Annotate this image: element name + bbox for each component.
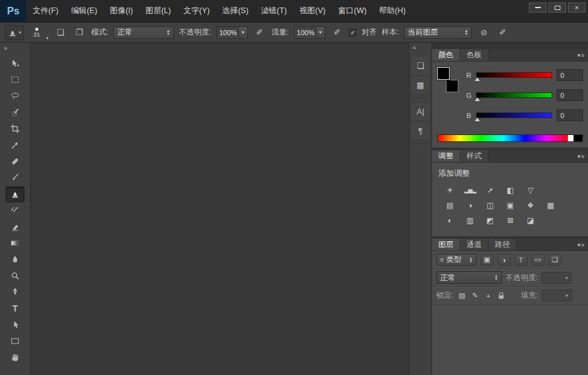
red-slider-thumb[interactable] — [475, 77, 480, 81]
posterize-button[interactable]: ▥ — [463, 215, 477, 226]
crop-tool[interactable] — [6, 121, 25, 137]
brightness-contrast-button[interactable]: ☀ — [443, 185, 457, 195]
filter-pixel-layers-button[interactable]: ▣ — [480, 254, 494, 266]
move-tool[interactable] — [6, 56, 25, 72]
spectrum-white-swatch[interactable] — [568, 135, 574, 141]
tab-layers[interactable]: 图层 — [432, 239, 460, 251]
collapsed-panel-button-1[interactable]: ❏ — [413, 58, 428, 73]
filter-type-layers-button[interactable]: T — [514, 254, 528, 266]
toolbar-collapse-button[interactable]: » — [0, 43, 11, 55]
spot-healing-brush-tool[interactable] — [6, 154, 25, 170]
document-canvas[interactable] — [31, 43, 409, 375]
photo-filter-button[interactable]: ▣ — [504, 200, 517, 210]
blur-tool[interactable] — [6, 252, 25, 268]
color-spectrum-ramp[interactable] — [437, 134, 583, 142]
minimize-button[interactable] — [529, 3, 546, 13]
menu-image[interactable]: 图像(I) — [104, 0, 140, 23]
rectangular-marquee-tool[interactable] — [6, 72, 25, 88]
exposure-button[interactable]: ◧ — [504, 185, 517, 195]
gradient-map-button[interactable]: ◪ — [524, 215, 537, 226]
invert-button[interactable]: ◐ — [443, 215, 457, 226]
lasso-tool[interactable] — [6, 89, 25, 104]
green-slider[interactable] — [476, 92, 552, 98]
paragraph-panel-button[interactable]: ¶ — [413, 123, 428, 139]
foreground-color-swatch[interactable] — [437, 67, 450, 80]
pen-tool[interactable] — [6, 285, 25, 300]
levels-button[interactable]: ▂▅▂ — [463, 185, 477, 195]
menu-edit[interactable]: 编辑(E) — [65, 0, 104, 23]
spectrum-black-swatch[interactable] — [574, 135, 582, 141]
flow-dropdown-button[interactable]: ▼ — [316, 26, 325, 39]
toggle-brush-panel-button[interactable]: ❏ — [53, 26, 67, 40]
menu-type[interactable]: 文字(Y) — [177, 0, 216, 23]
lock-image-pixels-button[interactable]: ✎ — [470, 291, 479, 300]
panel-menu-icon[interactable]: ▾≡ — [574, 49, 588, 61]
path-selection-tool[interactable] — [6, 317, 25, 333]
green-slider-thumb[interactable] — [475, 97, 480, 101]
channel-mixer-button[interactable]: ❖ — [524, 200, 537, 210]
hue-saturation-button[interactable]: ▤ — [443, 200, 457, 210]
collapsed-panel-button-2[interactable]: ▦ — [413, 77, 428, 93]
tab-channels[interactable]: 通道 — [460, 239, 489, 251]
menu-filter[interactable]: 滤镜(T) — [255, 0, 293, 23]
green-value-input[interactable]: 0 — [557, 89, 583, 101]
ignore-adjustment-layers-button[interactable]: ⊘ — [477, 26, 491, 40]
red-slider[interactable] — [476, 72, 552, 78]
horizontal-type-tool[interactable]: T — [6, 301, 25, 317]
filter-adjustment-layers-button[interactable]: ◑ — [497, 254, 511, 266]
brush-tool[interactable] — [6, 170, 25, 186]
blue-slider[interactable] — [476, 112, 552, 118]
tablet-pressure-size-button[interactable]: ✐ — [496, 26, 509, 40]
tab-styles[interactable]: 样式 — [460, 150, 489, 162]
tab-paths[interactable]: 路径 — [489, 239, 517, 251]
panel-menu-icon[interactable]: ▾≡ — [574, 150, 588, 162]
menu-help[interactable]: 帮助(H) — [373, 0, 412, 23]
lock-all-button[interactable] — [497, 292, 506, 300]
close-button[interactable]: × — [568, 3, 585, 13]
filter-shape-layers-button[interactable]: ▭ — [531, 254, 545, 266]
eraser-tool[interactable] — [6, 219, 25, 235]
layer-blend-mode-select[interactable]: 正常 ▲▼ — [436, 271, 502, 284]
dock-expand-button[interactable]: « — [409, 43, 419, 56]
panel-menu-icon[interactable]: ▾≡ — [574, 239, 588, 251]
blend-mode-select[interactable]: 正常 ▲▼ — [113, 26, 174, 39]
brush-preset-picker[interactable]: 21 ▾ — [29, 24, 49, 41]
opacity-input[interactable]: 100% — [216, 26, 239, 39]
curves-button[interactable]: ➚ — [484, 185, 497, 195]
menu-window[interactable]: 窗口(W) — [332, 0, 373, 23]
tab-swatches[interactable]: 色板 — [460, 49, 489, 61]
align-checkbox[interactable]: ✓ — [349, 29, 357, 36]
menu-layer[interactable]: 图层(L) — [139, 0, 177, 23]
red-value-input[interactable]: 0 — [557, 69, 583, 81]
clone-stamp-tool[interactable] — [6, 187, 25, 202]
dodge-tool[interactable] — [6, 268, 25, 284]
threshold-button[interactable]: ◩ — [484, 215, 497, 226]
character-panel-button[interactable]: A| — [413, 104, 428, 119]
filter-smart-objects-button[interactable]: ❏ — [548, 254, 562, 266]
tab-color[interactable]: 颜色 — [432, 49, 460, 61]
layer-fill-input[interactable]: ▼ — [542, 290, 572, 302]
opacity-dropdown-button[interactable]: ▼ — [239, 26, 248, 39]
background-color-swatch[interactable] — [446, 80, 458, 92]
blue-value-input[interactable]: 0 — [557, 109, 583, 121]
history-brush-tool[interactable] — [6, 203, 25, 219]
eyedropper-tool[interactable] — [6, 138, 25, 153]
spectrum-gradient[interactable] — [438, 135, 568, 141]
layers-list-empty-area[interactable] — [432, 305, 588, 375]
sample-select[interactable]: 当前图层 ▲▼ — [404, 26, 472, 39]
menu-view[interactable]: 视图(V) — [293, 0, 332, 23]
flow-input[interactable]: 100% — [294, 26, 316, 39]
lock-transparent-pixels-button[interactable]: ▨ — [457, 291, 466, 300]
selective-color-button[interactable]: ⊠ — [504, 215, 517, 226]
lock-position-button[interactable]: + — [484, 292, 492, 300]
airbrush-toggle-button[interactable]: ✐ — [330, 26, 344, 40]
hand-tool[interactable] — [6, 350, 25, 366]
gradient-tool[interactable] — [6, 236, 25, 251]
black-white-button[interactable]: ◫ — [484, 200, 497, 210]
tab-adjustments[interactable]: 调整 — [432, 150, 460, 162]
toggle-clone-source-panel-button[interactable]: ❐ — [72, 26, 86, 40]
layer-opacity-input[interactable]: ▼ — [541, 272, 572, 284]
tablet-pressure-opacity-button[interactable]: ✐ — [253, 26, 267, 40]
quick-selection-tool[interactable] — [6, 105, 25, 121]
vibrance-button[interactable]: ▽ — [524, 185, 537, 195]
